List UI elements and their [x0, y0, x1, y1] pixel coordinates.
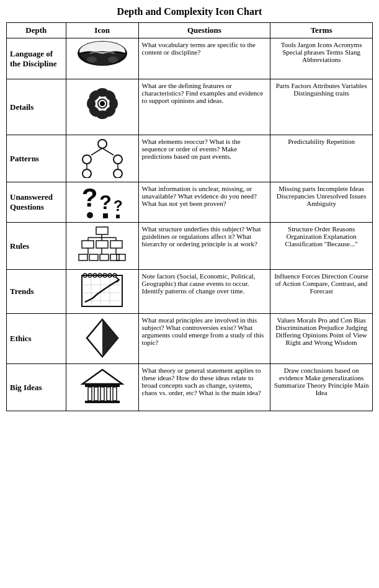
- depth-cell-1: Details: [7, 79, 66, 135]
- depth-cell-4: Rules: [7, 223, 66, 270]
- questions-cell-6: What moral principles are involved in th…: [138, 314, 270, 364]
- svg-rect-30: [100, 254, 109, 261]
- svg-rect-64: [85, 401, 120, 403]
- icon-cell-2: [66, 135, 138, 182]
- table-row: Unanswered Questions ? ? ? What informat…: [7, 182, 373, 223]
- terms-cell-2: Predictability Repetition: [270, 135, 373, 182]
- svg-line-21: [102, 148, 114, 155]
- svg-point-18: [82, 169, 91, 178]
- icon-cell-5: [66, 270, 138, 314]
- svg-marker-56: [102, 319, 118, 357]
- table-row: Language of the Discipline What vocabula…: [7, 38, 373, 79]
- header-questions: Questions: [138, 23, 270, 38]
- terms-cell-5: Influence Forces Direction Course of Act…: [270, 270, 373, 314]
- svg-point-2: [87, 56, 97, 63]
- icon-cell-4: [66, 223, 138, 270]
- depth-cell-7: Big Ideas: [7, 364, 66, 411]
- table-row: Details What are the defining features o…: [7, 79, 373, 135]
- questions-cell-4: What structure underlies this subject? W…: [138, 223, 270, 270]
- icon-cell-6: [66, 314, 138, 364]
- terms-cell-3: Missing parts Incomplete Ideas Discrepan…: [270, 182, 373, 223]
- svg-rect-29: [89, 254, 98, 261]
- svg-rect-28: [79, 254, 87, 261]
- svg-rect-63: [113, 387, 117, 401]
- header-icon: Icon: [66, 23, 138, 38]
- chart-table: Depth Icon Questions Terms Language of t…: [6, 22, 373, 411]
- svg-rect-32: [117, 254, 125, 261]
- svg-rect-24: [96, 227, 108, 234]
- questions-cell-5: Note factors (Social, Economic, Politica…: [138, 270, 270, 314]
- svg-point-14: [100, 101, 105, 106]
- terms-cell-6: Values Morals Pro and Con Bias Discrimin…: [270, 314, 373, 364]
- svg-marker-57: [82, 370, 122, 384]
- header-depth: Depth: [7, 23, 66, 38]
- icon-cell-0: [66, 38, 138, 79]
- icon-cell-1: [66, 79, 138, 135]
- svg-rect-27: [110, 241, 122, 248]
- table-row: Rules What structure underlies this s: [7, 223, 373, 270]
- svg-point-17: [114, 155, 122, 164]
- questions-cell-2: What elements reoccur? What is the seque…: [138, 135, 270, 182]
- header-terms: Terms: [270, 23, 373, 38]
- svg-rect-25: [82, 241, 94, 248]
- terms-cell-4: Structure Order Reasons Organization Exp…: [270, 223, 373, 270]
- svg-rect-61: [100, 387, 104, 401]
- icon-cell-3: ? ? ?: [66, 182, 138, 223]
- terms-cell-1: Parts Factors Attributes Variables Disti…: [270, 79, 373, 135]
- questions-cell-7: What theory or general statement applies…: [138, 364, 270, 411]
- svg-point-3: [108, 56, 118, 63]
- depth-cell-2: Patterns: [7, 135, 66, 182]
- svg-rect-31: [110, 254, 119, 261]
- svg-rect-60: [94, 387, 98, 401]
- svg-point-19: [114, 169, 122, 178]
- svg-point-16: [82, 155, 91, 164]
- svg-rect-26: [96, 241, 108, 248]
- terms-cell-7: Draw conclusions based on evidence Make …: [270, 364, 373, 411]
- svg-point-15: [98, 140, 107, 148]
- depth-cell-5: Trends: [7, 270, 66, 314]
- icon-cell-7: [66, 364, 138, 411]
- questions-cell-1: What are the defining features or charac…: [138, 79, 270, 135]
- terms-cell-0: Tools Jargon Icons Acronyms Special phra…: [270, 38, 373, 79]
- svg-line-20: [91, 148, 102, 155]
- depth-cell-6: Ethics: [7, 314, 66, 364]
- table-row: Patterns What elements reoccur? What is …: [7, 135, 373, 182]
- svg-rect-59: [88, 387, 92, 401]
- svg-rect-62: [107, 387, 110, 401]
- questions-cell-3: What information is unclear, missing, or…: [138, 182, 270, 223]
- table-row: Ethics What moral principles are involve…: [7, 314, 373, 364]
- depth-cell-3: Unanswered Questions: [7, 182, 66, 223]
- questions-cell-0: What vocabulary terms are specific to th…: [138, 38, 270, 79]
- table-row: Big Ideas What theory or general stateme…: [7, 364, 373, 411]
- table-row: Trends Note factors (Social, Economic, P…: [7, 270, 373, 314]
- chart-title: Depth and Complexity Icon Chart: [6, 6, 373, 17]
- depth-cell-0: Language of the Discipline: [7, 38, 66, 79]
